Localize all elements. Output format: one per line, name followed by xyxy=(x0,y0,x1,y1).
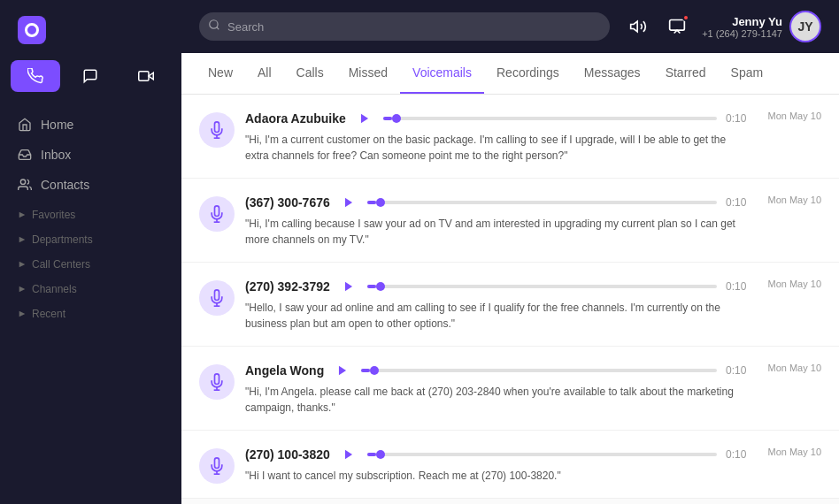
search-input[interactable] xyxy=(199,12,610,41)
voicemail-item: (270) 100-3820 0:10 "Hi I want to cancel… xyxy=(181,431,839,499)
nav-tab-chat[interactable] xyxy=(65,60,115,92)
play-button-2[interactable] xyxy=(339,193,358,212)
chevron-right-icon-favorites xyxy=(18,210,27,219)
speaker-icon-btn[interactable] xyxy=(624,12,652,41)
tab-new[interactable]: New xyxy=(196,53,245,94)
tab-missed[interactable]: Missed xyxy=(336,53,400,94)
sidebar-section-recent[interactable]: Recent xyxy=(0,299,181,324)
duration-5: 0:10 xyxy=(726,448,746,461)
svg-point-2 xyxy=(20,179,25,184)
progress-dot-2 xyxy=(376,198,385,207)
tab-starred[interactable]: Starred xyxy=(653,53,719,94)
search-icon xyxy=(208,19,220,34)
tab-voicemails[interactable]: Voicemails xyxy=(400,53,484,94)
svg-marker-26 xyxy=(345,450,352,460)
sidebar-item-inbox[interactable]: Inbox xyxy=(0,140,181,170)
nav-tab-phone[interactable] xyxy=(11,60,60,92)
voicemail-content-1: Adaora Azubuike 0:10 "Hi, I'm a current … xyxy=(245,109,746,164)
avatar[interactable]: JY xyxy=(789,11,821,42)
duration-2: 0:10 xyxy=(726,196,746,209)
svg-marker-3 xyxy=(19,212,26,218)
voicemail-icon-1 xyxy=(208,121,226,139)
logo-inner xyxy=(25,23,39,37)
sidebar-section-favorites[interactable]: Favorites xyxy=(0,200,181,225)
voicemail-right-1: Mon May 10 xyxy=(757,109,821,121)
voicemail-item: (367) 300-7676 0:10 "Hi, I'm calling bec… xyxy=(181,179,839,263)
tab-calls[interactable]: Calls xyxy=(284,53,336,94)
play-button-4[interactable] xyxy=(333,361,352,380)
play-icon-5 xyxy=(343,448,355,461)
progress-bar-3[interactable] xyxy=(367,285,717,288)
voicemail-icon-2 xyxy=(208,205,226,223)
progress-bar-1[interactable] xyxy=(383,117,717,120)
play-icon-2 xyxy=(343,196,355,209)
voicemail-content-3: (270) 392-3792 0:10 "Hello, I saw your a… xyxy=(245,277,746,332)
voicemail-avatar-3 xyxy=(199,280,235,316)
sidebar-section-channels[interactable]: Channels xyxy=(0,274,181,299)
svg-marker-4 xyxy=(19,237,26,243)
progress-bar-5[interactable] xyxy=(367,453,717,456)
contacts-icon xyxy=(18,178,32,192)
progress-bar-4[interactable] xyxy=(361,369,717,372)
sidebar-section-departments[interactable]: Departments xyxy=(0,225,181,249)
user-info: Jenny Yu +1 (264) 279-1147 JY xyxy=(702,11,821,42)
voicemail-date-5: Mon May 10 xyxy=(767,447,821,457)
chevron-right-icon-departments xyxy=(18,235,27,244)
voicemail-header-5: (270) 100-3820 0:10 xyxy=(245,445,746,464)
voicemail-name-4: Angela Wong xyxy=(245,363,324,378)
svg-marker-5 xyxy=(19,262,26,268)
play-icon-1 xyxy=(358,112,371,125)
progress-track-3 xyxy=(367,285,376,288)
video-icon xyxy=(138,68,154,84)
progress-dot-4 xyxy=(370,366,379,375)
search-bar xyxy=(199,12,610,41)
tab-recordings[interactable]: Recordings xyxy=(484,53,572,94)
voicemail-list: Adaora Azubuike 0:10 "Hi, I'm a current … xyxy=(181,95,839,504)
sidebar-nav-tabs xyxy=(0,60,181,103)
progress-track-1 xyxy=(383,117,392,120)
duration-3: 0:10 xyxy=(726,280,746,293)
voicemail-text-2: "Hi, I'm calling because I saw your ad o… xyxy=(245,216,746,248)
voicemail-right-5: Mon May 10 xyxy=(757,445,821,457)
tab-messages[interactable]: Messages xyxy=(572,53,653,94)
play-button-5[interactable] xyxy=(339,445,358,464)
play-button-1[interactable] xyxy=(355,109,374,128)
sidebar-section-recent-label: Recent xyxy=(32,308,65,320)
sidebar-section-favorites-label: Favorites xyxy=(32,209,75,221)
header-right: Jenny Yu +1 (264) 279-1147 JY xyxy=(624,11,821,42)
app-logo-icon xyxy=(18,16,46,44)
message-icon-wrap xyxy=(663,12,691,41)
progress-bar-2[interactable] xyxy=(367,201,717,204)
sidebar-item-contacts-label: Contacts xyxy=(41,178,89,192)
sidebar-item-contacts[interactable]: Contacts xyxy=(0,170,181,200)
nav-tab-video[interactable] xyxy=(121,60,171,92)
svg-marker-7 xyxy=(19,311,26,317)
voicemail-avatar-2 xyxy=(199,196,235,232)
voicemail-date-3: Mon May 10 xyxy=(767,279,821,289)
voicemail-name-3: (270) 392-3792 xyxy=(245,279,330,294)
play-icon-4 xyxy=(336,364,349,377)
tab-spam[interactable]: Spam xyxy=(719,53,776,94)
tab-all[interactable]: All xyxy=(245,53,284,94)
svg-point-8 xyxy=(210,20,218,28)
svg-marker-10 xyxy=(631,21,638,32)
svg-marker-23 xyxy=(339,366,346,376)
progress-dot-1 xyxy=(392,114,401,123)
sidebar-section-callcenters[interactable]: Call Centers xyxy=(0,249,181,274)
svg-rect-11 xyxy=(670,20,685,31)
voicemail-text-1: "Hi, I'm a current customer on the basic… xyxy=(245,132,746,164)
voicemail-text-5: "Hi I want to cancel my subscription. Re… xyxy=(245,468,746,484)
phone-icon xyxy=(27,68,43,84)
sidebar-item-home[interactable]: Home xyxy=(0,110,181,140)
voicemail-icon-4 xyxy=(208,373,226,391)
voicemail-content-5: (270) 100-3820 0:10 "Hi I want to cancel… xyxy=(245,445,746,484)
sub-tabs: New All Calls Missed Voicemails Recordin… xyxy=(181,53,839,95)
sidebar-menu: Home Inbox Contacts Favorites Department… xyxy=(0,103,181,504)
play-button-3[interactable] xyxy=(339,277,358,296)
home-icon xyxy=(18,118,32,132)
chevron-right-icon-channels xyxy=(18,285,27,294)
svg-marker-20 xyxy=(345,282,352,292)
voicemail-header-3: (270) 392-3792 0:10 xyxy=(245,277,746,296)
duration-1: 0:10 xyxy=(726,112,746,125)
progress-track-5 xyxy=(367,453,376,456)
